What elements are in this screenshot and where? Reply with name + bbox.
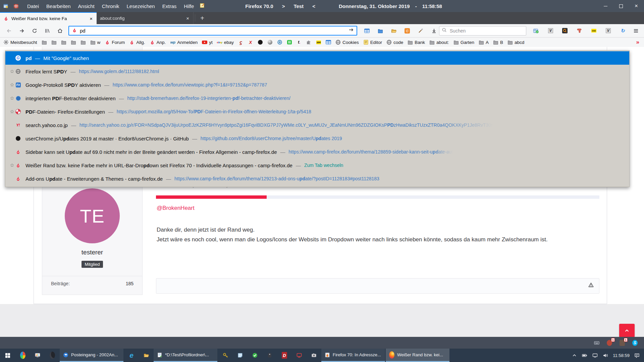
bookmark-item-folder-5[interactable]: [80, 40, 86, 45]
bookmark-item-bluetable-22[interactable]: [326, 40, 331, 45]
tray-tray-net[interactable]: [592, 352, 598, 358]
taskbar-tb-d-button[interactable]: D: [277, 349, 292, 362]
bookmark-item-w[interactable]: w: [90, 40, 101, 45]
extension-bluesync-button-6[interactable]: ↻: [618, 26, 628, 36]
extension-cssbox-button-4[interactable]: css: [589, 26, 599, 36]
toolbar-openfolder-button[interactable]: [389, 26, 399, 36]
reload-button[interactable]: [29, 26, 40, 36]
bookmark-item-editor[interactable]: Editor: [363, 40, 382, 45]
tray-tray-speaker[interactable]: [602, 352, 608, 358]
toolbar-brush-button[interactable]: [416, 26, 426, 36]
taskbar-window-4[interactable]: Posteingang - 2002An...: [60, 349, 123, 362]
main-menu-button[interactable]: [631, 26, 641, 36]
dropdown-row-4[interactable]: integrierten PDF-Betrachter deaktivieren…: [5, 92, 629, 105]
dropdown-row-10[interactable]: Add-ons Update - Erweiterungen & Themes …: [5, 172, 629, 185]
search-input[interactable]: [449, 28, 524, 34]
dropdown-row-7[interactable]: userChrome.js/Updates 2019 at master · E…: [5, 132, 629, 145]
go-button[interactable]: [348, 27, 354, 34]
bookmark-item-meistbesucht[interactable]: Meistbesucht: [3, 40, 37, 45]
taskbar-tb-key-button[interactable]: [218, 349, 233, 362]
scroll-to-top-button[interactable]: [619, 324, 635, 337]
bookmark-item-gscript-13[interactable]: ϛ: [238, 40, 244, 45]
bookmark-item-redx-14[interactable]: X: [248, 40, 253, 45]
taskbar-tb-edge-button[interactable]: e: [124, 349, 139, 362]
bookmark-item-code[interactable]: code: [386, 40, 403, 45]
forward-button[interactable]: [16, 26, 28, 36]
status-item-status-kbd[interactable]: [593, 339, 600, 347]
bookmarks-overflow-chevron-icon[interactable]: »: [636, 39, 641, 46]
taskbar-tb-dark-button[interactable]: [262, 349, 277, 362]
bookmark-item-folder-1[interactable]: [42, 40, 47, 45]
bookmark-item-b64-21[interactable]: b64: [316, 40, 321, 45]
menu-item-lesezeichen[interactable]: Lesezeichen: [123, 0, 158, 12]
dropdown-row-9[interactable]: Weißer Rand bzw. keine Farbe mehr in URL…: [5, 159, 629, 172]
bookmark-item-garten[interactable]: Garten: [453, 40, 474, 45]
menu-item-hilfe[interactable]: Hilfe: [180, 0, 198, 12]
bookmark-item-about-[interactable]: about:: [429, 40, 449, 45]
notes-icon-slot[interactable]: [200, 3, 205, 9]
taskbar-tb-pie-button[interactable]: [15, 349, 30, 362]
tray-clock[interactable]: 11:58:59: [613, 353, 630, 358]
bookmark-item-puzzle-20[interactable]: [306, 40, 312, 45]
toolbar-bluefolder-button[interactable]: [375, 26, 385, 36]
taskbar-window-7[interactable]: *D:\Test\Profilordner\...: [154, 349, 217, 362]
bookmark-item-a[interactable]: A: [479, 40, 489, 45]
taskbar-tb-darkmoon-button[interactable]: [45, 349, 60, 362]
bookmark-item-anp-[interactable]: Anp.: [150, 40, 166, 45]
bookmark-item-github-15[interactable]: [258, 40, 263, 45]
bookmark-item-forum[interactable]: Forum: [105, 40, 125, 45]
taskbar-tb-note-button[interactable]: [233, 349, 248, 362]
extension-vbox-button-1[interactable]: V: [545, 26, 555, 36]
dropdown-row-8[interactable]: Sidebar kann seit Update auf 69.0 nicht …: [5, 145, 629, 159]
url-input[interactable]: pd: [80, 28, 346, 34]
minimize-button[interactable]: [598, 0, 613, 12]
back-button[interactable]: [3, 26, 15, 36]
taskbar-tb-check-button[interactable]: [248, 349, 262, 362]
bookmark-item-tdot-19[interactable]: t.: [297, 40, 302, 45]
dropdown-row-2[interactable]: Firefox lernt SPDY—https://www.golem.de/…: [5, 65, 629, 78]
action-center-button[interactable]: [634, 352, 640, 358]
taskbar-window-16[interactable]: Weißer Rand bzw. kei...: [386, 349, 449, 362]
bookmark-item-folder-4[interactable]: [71, 40, 76, 45]
bookmark-item-greenb-18[interactable]: [287, 40, 292, 45]
bookmark-item-yt[interactable]: yt: [202, 40, 213, 45]
tab-close-icon[interactable]: ×: [89, 16, 93, 21]
taskbar-tb-explorer-button[interactable]: [139, 349, 154, 362]
dropdown-row-1[interactable]: Gpd—Mit "Google" suchen: [5, 51, 629, 65]
taskbar-tb-redpc-button[interactable]: [292, 349, 307, 362]
new-tab-button[interactable]: +: [197, 12, 208, 24]
toolbar-download-button[interactable]: [429, 26, 439, 36]
status-item-status-skype[interactable]: S: [631, 339, 639, 347]
bookmark-item-bank[interactable]: Bank: [408, 40, 425, 45]
close-button[interactable]: ×: [629, 0, 644, 12]
dropdown-row-5[interactable]: PDF-Dateien- Firefox-Einstellungen—https…: [5, 105, 629, 118]
menu-item-datei[interactable]: Datei: [23, 0, 43, 12]
menu-item-extras[interactable]: Extras: [159, 0, 180, 12]
url-bar[interactable]: pd: [68, 26, 357, 36]
mention-link[interactable]: @BrokenHeart: [157, 205, 195, 212]
bookmark-item-cookies[interactable]: Cookies: [335, 40, 359, 45]
restore-button[interactable]: [613, 0, 629, 12]
status-item-status-app1[interactable]: 1: [606, 339, 613, 347]
menu-item-bearbeiten[interactable]: Bearbeiten: [43, 0, 74, 12]
extension-redscroll-button-3[interactable]: [574, 26, 584, 36]
bookmark-item-b[interactable]: B: [493, 40, 503, 45]
tab-2[interactable]: about:config×: [97, 12, 194, 24]
toolbar-bluetable-button[interactable]: [362, 26, 372, 36]
toolbar-orangesync-button[interactable]: [402, 26, 412, 36]
bookmark-item-folder-2[interactable]: [51, 40, 57, 45]
bookmark-item-sphere-16[interactable]: [267, 40, 273, 45]
tab-close-icon[interactable]: ×: [185, 15, 190, 21]
extension-gridcheck-button-0[interactable]: [531, 26, 541, 36]
library-button[interactable]: [42, 26, 53, 36]
extension-orangeq-button-2[interactable]: [560, 26, 570, 36]
menu-item-ansicht[interactable]: Ansicht: [74, 0, 98, 12]
dropdown-row-6[interactable]: Y!search.yahoo.co.jp—http://search.yahoo…: [5, 118, 629, 132]
taskbar-tb-camera-button[interactable]: [307, 349, 321, 362]
dropdown-row-3[interactable]: FxGoogle-Protokoll SPDY aktivieren—https…: [5, 78, 629, 92]
menu-item-chronik[interactable]: Chronik: [98, 0, 123, 12]
taskbar-window-15[interactable]: Firefox 70: In Adressze...: [321, 349, 385, 362]
bookmark-item-spokeglobe-17[interactable]: [277, 40, 282, 45]
status-item-status-app2[interactable]: 1: [619, 339, 626, 347]
author-name[interactable]: testerer: [42, 249, 142, 256]
